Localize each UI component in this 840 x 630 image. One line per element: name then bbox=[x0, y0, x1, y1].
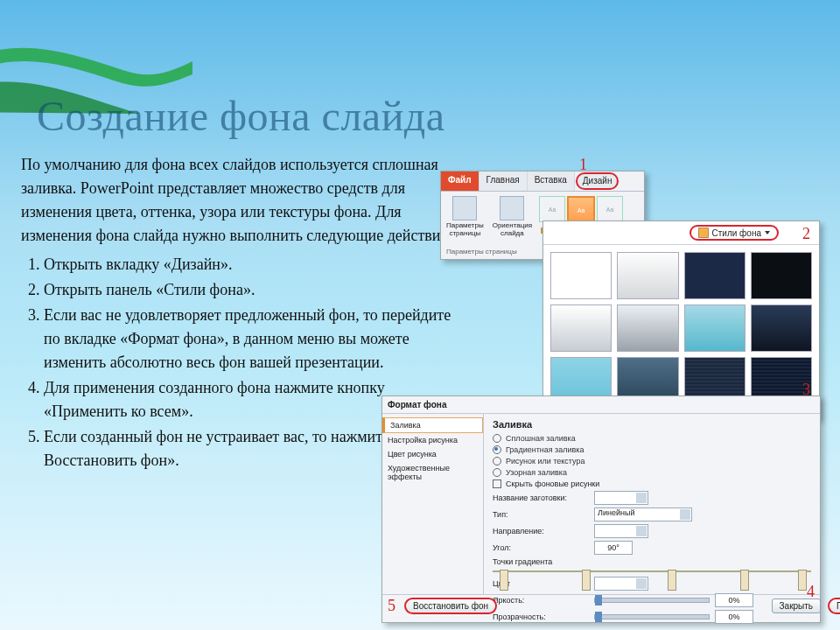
brightness-spin[interactable]: 0% bbox=[715, 593, 753, 607]
gradient-stops-bar[interactable] bbox=[493, 570, 811, 572]
theme-gallery: Aa Aa Aa bbox=[539, 194, 623, 224]
radio-label: Рисунок или текстура bbox=[506, 457, 584, 466]
orientation-label: Ориентация слайда bbox=[493, 222, 532, 238]
brightness-slider[interactable] bbox=[594, 598, 710, 603]
bg-thumb[interactable] bbox=[751, 304, 812, 352]
radio-picture-fill[interactable]: Рисунок или текстура bbox=[493, 457, 811, 466]
ribbon-tabs: Файл Главная Вставка Дизайн bbox=[441, 172, 644, 192]
bg-thumb[interactable] bbox=[684, 252, 746, 299]
radio-label: Градиентная заливка bbox=[506, 445, 584, 454]
dropdown-icon bbox=[680, 509, 690, 520]
dropdown-icon bbox=[765, 231, 770, 234]
dialog-title: Формат фона bbox=[382, 396, 820, 414]
callout-5: 5 bbox=[388, 597, 396, 615]
dialog-main: Заливка Сплошная заливка Градиентная зал… bbox=[484, 414, 820, 594]
bg-thumb[interactable] bbox=[751, 252, 812, 299]
step-2: Открыть панель «Стили фона». bbox=[44, 278, 458, 302]
dropdown-icon bbox=[636, 493, 647, 503]
label-direction: Направление: bbox=[493, 527, 589, 536]
callout-1: 1 bbox=[579, 156, 587, 174]
tab-insert[interactable]: Вставка bbox=[528, 172, 575, 191]
background-thumb-grid bbox=[543, 245, 819, 408]
styles-head: Стили фона bbox=[543, 221, 819, 245]
fill-section-heading: Заливка bbox=[493, 419, 811, 430]
theme-thumb[interactable]: Aa bbox=[597, 196, 623, 222]
slide: Создание фона слайда По умолчанию для фо… bbox=[0, 0, 840, 630]
bg-thumb[interactable] bbox=[617, 252, 678, 299]
dropdown-icon bbox=[636, 578, 647, 589]
page-setup-label: Параметры страницы bbox=[446, 222, 484, 238]
angle-spin[interactable]: 90° bbox=[594, 541, 633, 555]
bg-thumb[interactable] bbox=[617, 304, 678, 352]
callout-4: 4 bbox=[807, 583, 815, 601]
paint-bucket-icon bbox=[698, 228, 709, 238]
label-transparency: Прозрачность: bbox=[493, 612, 589, 621]
page-setup-button[interactable]: Параметры страницы bbox=[444, 194, 486, 250]
dropdown-icon bbox=[636, 526, 647, 536]
orientation-icon bbox=[500, 196, 524, 220]
checkbox-hide-bg-graphics[interactable]: Скрыть фоновые рисунки bbox=[493, 480, 811, 488]
label-preset: Название заготовки: bbox=[493, 494, 589, 502]
ribbon-group-label: Параметры страницы bbox=[441, 248, 517, 256]
side-item-picture-color[interactable]: Цвет рисунка bbox=[382, 447, 483, 461]
label-type: Тип: bbox=[493, 510, 589, 519]
type-value: Линейный bbox=[595, 508, 634, 517]
tab-home[interactable]: Главная bbox=[480, 172, 528, 191]
side-item-fill[interactable]: Заливка bbox=[382, 417, 483, 433]
label-brightness: Яркость: bbox=[493, 596, 589, 605]
side-item-artistic[interactable]: Художественные эффекты bbox=[382, 461, 483, 484]
tab-design[interactable]: Дизайн bbox=[576, 172, 620, 190]
radio-pattern-fill[interactable]: Узорная заливка bbox=[493, 468, 811, 477]
dialog-sidebar: Заливка Настройка рисунка Цвет рисунка Х… bbox=[382, 414, 484, 594]
background-styles-panel: Стили фона 2 Формат фона... bbox=[542, 220, 820, 419]
intro-paragraph: По умолчанию для фона всех слайдов испол… bbox=[21, 153, 458, 248]
bg-thumb[interactable] bbox=[550, 304, 612, 352]
radio-solid-fill[interactable]: Сплошная заливка bbox=[493, 434, 811, 443]
color-combo[interactable] bbox=[594, 577, 648, 591]
checkbox-label: Скрыть фоновые рисунки bbox=[506, 480, 599, 488]
preset-combo[interactable] bbox=[594, 491, 648, 505]
transparency-spin[interactable]: 0% bbox=[715, 610, 753, 624]
label-stops: Точки градиента bbox=[493, 557, 589, 566]
apply-to-all-button[interactable]: Применить ко всем bbox=[828, 598, 840, 614]
bg-thumb[interactable] bbox=[684, 304, 746, 352]
dialog-body: Заливка Настройка рисунка Цвет рисунка Х… bbox=[382, 414, 820, 594]
label-angle: Угол: bbox=[493, 543, 589, 552]
format-background-dialog: Формат фона Заливка Настройка рисунка Цв… bbox=[382, 396, 821, 623]
type-combo[interactable]: Линейный bbox=[594, 508, 692, 522]
side-item-picture-corrections[interactable]: Настройка рисунка bbox=[382, 433, 483, 447]
slide-title: Создание фона слайда bbox=[37, 92, 445, 140]
orientation-button[interactable]: Ориентация слайда bbox=[491, 194, 534, 250]
callout-2: 2 bbox=[802, 225, 810, 243]
background-styles-button[interactable]: Стили фона bbox=[690, 225, 779, 241]
radio-label: Узорная заливка bbox=[506, 468, 567, 477]
bg-thumb[interactable] bbox=[550, 252, 612, 299]
reset-background-button[interactable]: Восстановить фон bbox=[404, 598, 497, 614]
tab-file[interactable]: Файл bbox=[441, 172, 480, 191]
background-styles-label: Стили фона bbox=[712, 228, 761, 238]
radio-gradient-fill[interactable]: Градиентная заливка bbox=[493, 445, 811, 454]
page-setup-icon bbox=[452, 196, 477, 220]
transparency-slider[interactable] bbox=[594, 614, 710, 620]
theme-thumb[interactable]: Aa bbox=[539, 196, 565, 222]
direction-combo[interactable] bbox=[594, 524, 648, 538]
step-1: Открыть вкладку «Дизайн». bbox=[44, 253, 458, 276]
step-3: Если вас не удовлетворяет предложенный ф… bbox=[44, 304, 458, 374]
radio-label: Сплошная заливка bbox=[506, 434, 576, 443]
